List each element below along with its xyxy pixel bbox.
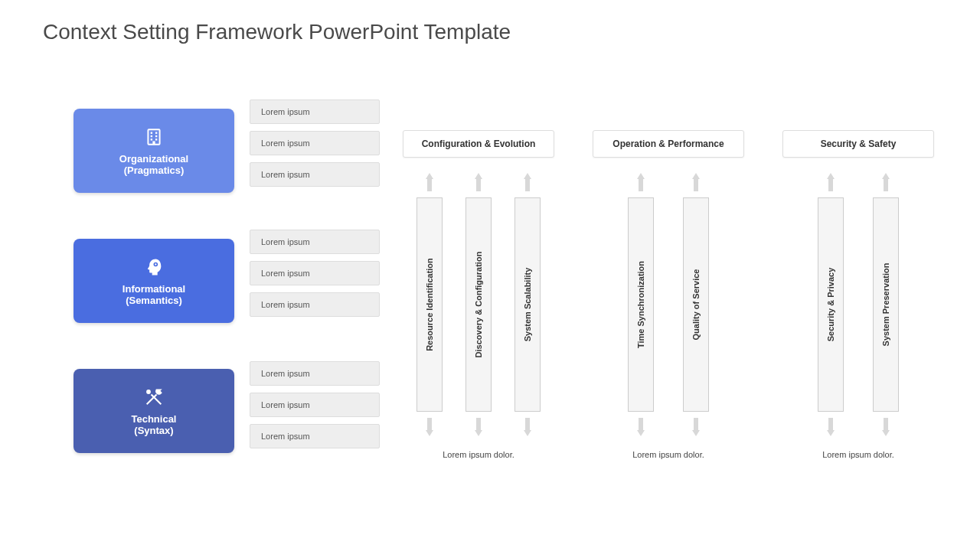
- bullets-informational: Lorem ipsum Lorem ipsum Lorem ipsum: [250, 230, 380, 324]
- arrow-down-icon: [475, 430, 482, 436]
- column-label: Discovery & Configuration: [474, 252, 483, 358]
- column: System Scalability: [514, 173, 541, 436]
- bullet-item: Lorem ipsum: [250, 292, 380, 317]
- column-label: Quality of Service: [691, 269, 701, 341]
- tools-icon: [142, 386, 165, 409]
- column-label: System Preservation: [881, 263, 890, 347]
- column: Discovery & Configuration: [466, 173, 492, 436]
- layer-sub: (Syntax): [134, 425, 173, 436]
- layer-name: Informational: [122, 283, 185, 295]
- bullet-item: Lorem ipsum: [250, 361, 380, 386]
- group-header: Security & Safety: [782, 130, 934, 158]
- layer-card-informational: Informational (Semantics): [74, 239, 234, 323]
- arrow-down-icon: [524, 430, 531, 436]
- group-security: Security & Safety Security & Privacy Sys…: [782, 130, 934, 459]
- svg-rect-6: [155, 139, 157, 140]
- group-header: Operation & Performance: [593, 130, 744, 158]
- arrow-down-icon: [692, 430, 700, 436]
- layer-sub: (Semantics): [126, 295, 182, 306]
- page-title: Context Setting Framework PowerPoint Tem…: [43, 20, 511, 44]
- column: System Preservation: [873, 173, 899, 436]
- bullet-item: Lorem ipsum: [250, 230, 380, 254]
- group-header: Configuration & Evolution: [403, 130, 554, 158]
- svg-rect-7: [152, 141, 155, 144]
- layer-name: Technical: [131, 413, 176, 425]
- column-label: Security & Privacy: [826, 268, 835, 342]
- column-label: System Scalability: [523, 268, 532, 342]
- bullets-technical: Lorem ipsum Lorem ipsum Lorem ipsum: [250, 361, 380, 455]
- layer-card-organizational: Organizational (Pragmatics): [74, 109, 234, 193]
- svg-point-10: [147, 390, 150, 393]
- layer-sub: (Pragmatics): [124, 165, 185, 176]
- group-configuration: Configuration & Evolution Resource Ident…: [403, 130, 554, 459]
- column: Security & Privacy: [818, 173, 844, 436]
- arrow-down-icon: [426, 430, 433, 436]
- concern-groups: Configuration & Evolution Resource Ident…: [403, 130, 934, 459]
- svg-rect-2: [155, 132, 157, 134]
- bullet-item: Lorem ipsum: [250, 393, 380, 417]
- svg-rect-4: [155, 135, 157, 137]
- bullet-item: Lorem ipsum: [250, 261, 380, 285]
- column: Quality of Service: [683, 173, 709, 436]
- building-icon: [142, 126, 165, 148]
- column: Time Synchronization: [628, 173, 654, 436]
- group-caption: Lorem ipsum dolor.: [443, 450, 514, 459]
- group-caption: Lorem ipsum dolor.: [822, 450, 894, 459]
- column: Resource Identification: [416, 173, 443, 436]
- svg-rect-1: [151, 132, 152, 134]
- arrow-down-icon: [637, 430, 645, 436]
- svg-point-9: [155, 263, 156, 265]
- bullets-organizational: Lorem ipsum Lorem ipsum Lorem ipsum: [250, 99, 380, 194]
- arrow-down-icon: [882, 430, 890, 436]
- layer-name: Organizational: [119, 153, 188, 165]
- group-operation: Operation & Performance Time Synchroniza…: [593, 130, 744, 459]
- bullet-item: Lorem ipsum: [250, 162, 380, 187]
- head-gear-icon: [142, 256, 165, 279]
- bullet-item: Lorem ipsum: [250, 99, 380, 124]
- column-label: Resource Identification: [425, 258, 434, 351]
- svg-rect-5: [151, 139, 152, 140]
- column-label: Time Synchronization: [636, 261, 645, 348]
- bullet-item: Lorem ipsum: [250, 131, 380, 155]
- arrow-down-icon: [827, 430, 835, 436]
- bullet-item: Lorem ipsum: [250, 424, 380, 448]
- layer-card-technical: Technical (Syntax): [74, 369, 234, 453]
- svg-rect-3: [151, 135, 152, 137]
- group-caption: Lorem ipsum dolor.: [632, 450, 704, 459]
